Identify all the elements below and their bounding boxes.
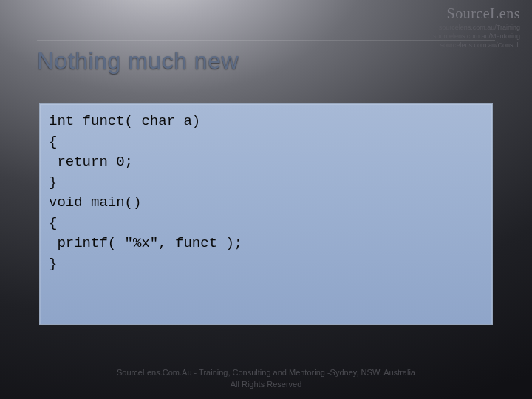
code-panel: int funct( char a) { return 0; } void ma… <box>39 103 493 325</box>
watermark-brand: SourceLens <box>433 4 520 22</box>
slide-title: Nothing much new <box>37 47 495 75</box>
footer: SourceLens.Com.Au - Training, Consulting… <box>0 367 532 390</box>
watermark-link: sourcelens.com.au/Mentoring <box>433 33 520 41</box>
code-block: int funct( char a) { return 0; } void ma… <box>49 112 483 274</box>
title-rule <box>37 40 495 41</box>
footer-line-2: All Rights Reserved <box>0 379 532 390</box>
footer-line-1: SourceLens.Com.Au - Training, Consulting… <box>0 367 532 378</box>
slide: SourceLens sourcelens.com.au/Training so… <box>0 0 532 399</box>
watermark-link: sourcelens.com.au/Training <box>433 24 520 32</box>
title-block: Nothing much new <box>37 40 495 75</box>
